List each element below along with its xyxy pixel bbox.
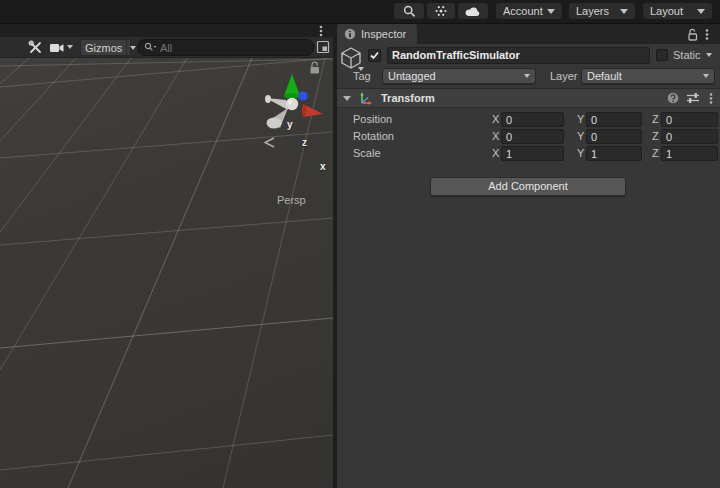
scene-toolbar: Gizmos — [0, 37, 333, 58]
chevron-down-icon — [524, 74, 530, 78]
presets-icon[interactable] — [686, 92, 700, 104]
scale-y-field[interactable]: 1 — [586, 146, 642, 161]
active-checkbox[interactable] — [368, 49, 381, 62]
tools-icon[interactable] — [28, 40, 43, 55]
persp-label[interactable]: Persp — [277, 194, 306, 206]
tag-label: Tag — [353, 69, 371, 84]
search-filter-icon — [143, 41, 157, 54]
layer-dropdown[interactable]: Default — [581, 68, 715, 84]
tab-inspector[interactable]: Inspector — [337, 24, 417, 44]
position-x-field[interactable]: 0 — [501, 112, 564, 127]
chevron-down-icon — [697, 9, 705, 14]
position-y-field[interactable]: 0 — [586, 112, 642, 127]
tag-dropdown[interactable]: Untagged — [382, 68, 536, 84]
info-icon — [344, 28, 356, 40]
cloud-icon — [465, 6, 482, 17]
cloud-services-button[interactable] — [458, 3, 488, 19]
tag-dropdown-value: Untagged — [388, 70, 436, 82]
search-icon — [402, 4, 417, 19]
layers-dropdown[interactable]: Layers — [569, 3, 635, 19]
layout-dropdown[interactable]: Layout — [643, 3, 712, 19]
layers-dropdown-label: Layers — [576, 5, 609, 17]
main-toolbar: Account Layers Layout — [0, 0, 720, 24]
gizmos-dropdown-label: Gizmos — [81, 42, 126, 54]
help-icon[interactable] — [667, 92, 679, 104]
account-dropdown[interactable]: Account — [496, 3, 562, 19]
scene-lock-icon — [311, 62, 320, 73]
scene-pane-menu-icon[interactable] — [318, 25, 324, 37]
static-chevron-icon[interactable] — [706, 53, 712, 57]
gizmos-dropdown[interactable]: Gizmos — [80, 39, 131, 56]
static-label: Static — [673, 48, 701, 63]
scene-grid — [0, 58, 333, 488]
search-button[interactable] — [394, 3, 424, 19]
layer-label: Layer — [550, 69, 578, 84]
inspector-menu-icon[interactable] — [704, 28, 710, 41]
rotation-y-field[interactable]: 0 — [586, 129, 642, 144]
layout-dropdown-label: Layout — [650, 5, 683, 17]
position-label: Position — [353, 112, 392, 127]
tab-inspector-label: Inspector — [361, 28, 406, 40]
check-icon — [369, 50, 380, 61]
add-component-button[interactable]: Add Component — [430, 177, 626, 196]
transform-component-header[interactable]: Transform — [337, 88, 720, 108]
inspector-body: RandomTrafficSimulator Static Tag Untagg… — [337, 44, 720, 488]
unity-editor-window: Account Layers Layout Gizmos — [0, 0, 720, 488]
rotation-z-field[interactable]: 0 — [661, 129, 718, 144]
lock-icon[interactable] — [687, 28, 698, 41]
foldout-arrow-icon[interactable] — [343, 96, 351, 101]
position-z-field[interactable]: 0 — [661, 112, 718, 127]
transform-menu-icon[interactable] — [708, 92, 714, 105]
persp-arrow-icon — [265, 138, 274, 147]
chevron-down-icon — [703, 74, 709, 78]
transform-component-icon — [358, 91, 373, 106]
inspector-tabstrip: Inspector — [337, 24, 720, 44]
gameobject-name-field[interactable]: RandomTrafficSimulator — [387, 47, 650, 64]
rotation-label: Rotation — [353, 129, 394, 144]
chevron-down-icon — [547, 9, 555, 14]
account-dropdown-label: Account — [503, 5, 543, 17]
scene-search-field[interactable] — [137, 39, 314, 56]
rotation-x-field[interactable]: 0 — [501, 129, 564, 144]
scale-z-field[interactable]: 1 — [661, 146, 718, 161]
camera-chevron-icon[interactable] — [67, 45, 73, 49]
gizmo-axis-y-label[interactable]: y — [287, 119, 293, 130]
static-checkbox[interactable] — [656, 49, 668, 61]
activity-dots-icon — [434, 4, 448, 18]
scene-viewport[interactable]: y z x Persp — [0, 58, 333, 488]
chevron-down-icon — [130, 46, 136, 50]
scene-camera-icon[interactable] — [49, 42, 65, 54]
gizmo-axis-x-label[interactable]: x — [320, 161, 326, 172]
gizmo-axis-z-label[interactable]: z — [302, 137, 307, 148]
scale-label: Scale — [353, 146, 381, 161]
layer-dropdown-value: Default — [587, 70, 622, 82]
progress-activity-button[interactable] — [427, 3, 455, 19]
transform-title: Transform — [381, 92, 435, 104]
overlay-window-icon[interactable] — [316, 40, 330, 54]
scene-search-input[interactable] — [160, 42, 280, 54]
chevron-down-icon — [620, 9, 628, 14]
scale-x-field[interactable]: 1 — [501, 146, 564, 161]
scene-pane-header — [0, 24, 333, 37]
